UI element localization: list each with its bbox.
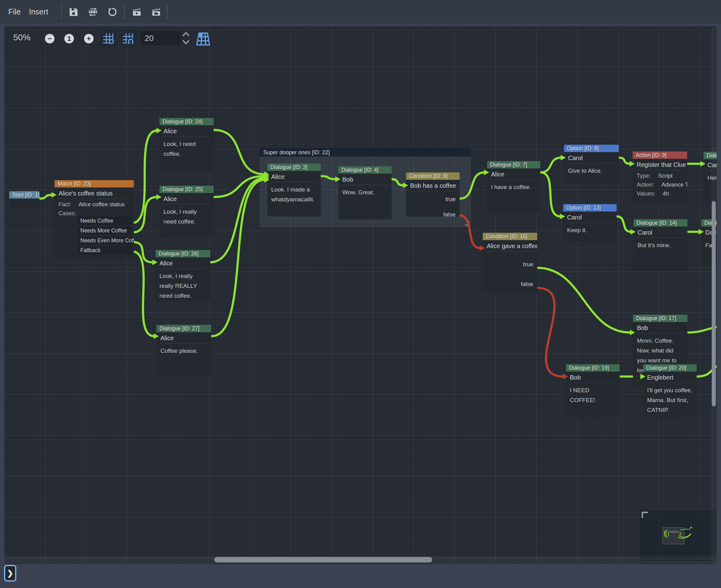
character-row: Bob has a coffee bbox=[406, 181, 460, 191]
node-body: EnglebertI'll get you coffee, Mama. But … bbox=[643, 372, 697, 417]
node-title[interactable]: Condition [ID: 6] bbox=[406, 172, 460, 180]
node-option-13[interactable]: Option [ID: 13]CarolKeep it. bbox=[563, 204, 617, 241]
zoom-out-button[interactable]: − bbox=[45, 34, 55, 43]
condition-output-true[interactable]: true bbox=[406, 195, 460, 203]
case-output-row[interactable]: Needs Even More Coffee bbox=[77, 236, 132, 245]
spin-up-icon[interactable] bbox=[182, 31, 190, 38]
wire bbox=[617, 216, 631, 232]
node-title[interactable]: Match [ID: 23] bbox=[55, 180, 134, 188]
node-dialogue-24[interactable]: Dialogue [ID: 24]AliceLook, I need coffe… bbox=[160, 118, 214, 171]
condition-output-true[interactable]: true bbox=[483, 261, 537, 268]
open-dialogue-icon[interactable] bbox=[151, 7, 162, 17]
node-title[interactable]: Option [ID: 8] bbox=[564, 145, 619, 152]
menubar-separator bbox=[61, 4, 62, 20]
character-row: Alice bbox=[487, 169, 540, 180]
wire bbox=[619, 158, 630, 164]
bottom-bar: ❯ bbox=[0, 564, 721, 588]
node-dialogue-3[interactable]: Dialogue [ID: 3]AliceLook. I made a what… bbox=[267, 164, 321, 216]
wire bbox=[391, 179, 404, 185]
node-match-23[interactable]: Match [ID: 23]Alice's coffee statusFact:… bbox=[55, 180, 134, 258]
node-dialogue-27[interactable]: Dialogue [ID: 27]AliceCoffee please. bbox=[156, 325, 211, 376]
node-option-8[interactable]: Option [ID: 8]CarolGive to Alice. bbox=[564, 145, 619, 183]
node-title[interactable]: Dialogue [ID: 14] bbox=[634, 219, 687, 227]
node-title[interactable]: Action [ID: 9] bbox=[633, 151, 687, 159]
spin-down-icon[interactable] bbox=[182, 39, 190, 46]
menu-file[interactable]: File bbox=[4, 0, 25, 23]
node-title[interactable]: Dialogue [ID: 4] bbox=[338, 166, 391, 174]
character-row: Alice bbox=[160, 126, 214, 136]
character-row: Bob bbox=[566, 372, 620, 383]
case-output-row[interactable]: Fallback bbox=[77, 246, 132, 255]
node-body: AliceLook, I need coffee. bbox=[160, 125, 214, 171]
node-title[interactable]: Dialogue [ID: 3] bbox=[267, 164, 321, 171]
node-start-1[interactable]: Start [ID: 1] bbox=[9, 191, 39, 209]
dialogue-text: Look. I made a whatdyamacallit. bbox=[267, 182, 321, 205]
snap-grid-toggle[interactable] bbox=[100, 30, 117, 47]
node-dialogue-26[interactable]: Dialogue [ID: 26]AliceLook, I really rea… bbox=[155, 250, 210, 301]
node-title[interactable]: Dialogue [ID: 19] bbox=[566, 364, 620, 372]
horizontal-scrollbar-thumb[interactable] bbox=[214, 557, 432, 563]
undo-icon[interactable] bbox=[107, 7, 118, 17]
node-title[interactable]: Dialogue [ID: 27] bbox=[156, 325, 211, 332]
node-body: BobI NEED COFFEE! bbox=[566, 372, 620, 417]
graph-canvas[interactable]: 50% − 1 + 20 bbox=[4, 26, 717, 564]
zoom-reset-button[interactable]: 1 bbox=[64, 34, 74, 43]
wire bbox=[540, 172, 560, 216]
snap-distance-input[interactable]: 20 bbox=[141, 31, 181, 46]
dialogue-text: Look, I really really REALLY need coffee… bbox=[155, 269, 210, 301]
field-row: Action:Advance T... bbox=[633, 179, 687, 188]
node-title[interactable]: Dialogue [ID: 25] bbox=[160, 186, 214, 193]
character-row: Alice bbox=[160, 194, 214, 204]
node-dialogue-25[interactable]: Dialogue [ID: 25]AliceLook, I really nee… bbox=[160, 186, 214, 238]
dialogue-text: Keep it. bbox=[563, 223, 617, 235]
node-title[interactable]: Dialogue [ID: 17] bbox=[633, 315, 687, 322]
node-body: AliceLook, I really really REALLY need c… bbox=[155, 257, 210, 301]
node-condition-16[interactable]: Condition [ID: 16]Alice gave a coffeetru… bbox=[483, 233, 537, 294]
character-row: Carol bbox=[634, 227, 687, 238]
condition-output-false[interactable]: false bbox=[406, 211, 460, 217]
save-icon[interactable] bbox=[68, 7, 79, 17]
condition-output-false[interactable]: false bbox=[483, 280, 537, 288]
vertical-scrollbar-thumb[interactable] bbox=[712, 201, 716, 406]
field-label: Values: bbox=[637, 190, 655, 197]
node-body: CarolKeep it. bbox=[563, 211, 617, 241]
node-title[interactable]: Start [ID: 1] bbox=[9, 191, 39, 198]
node-dialogue-4[interactable]: Dialogue [ID: 4]BobWow. Great. bbox=[338, 166, 391, 219]
dialogue-text: I have a coffee. bbox=[487, 180, 540, 192]
character-row: Bob bbox=[633, 323, 687, 333]
node-dialogue-7[interactable]: Dialogue [ID: 7]AliceI have a coffee. bbox=[487, 161, 540, 213]
expand-panel-button[interactable]: ❯ bbox=[4, 565, 16, 582]
minimap-toggle-icon[interactable] bbox=[195, 30, 212, 47]
node-body: CarolBut it's mine. bbox=[634, 227, 687, 272]
wire bbox=[540, 158, 561, 172]
zoom-in-button[interactable]: + bbox=[84, 34, 93, 43]
node-condition-6[interactable]: Condition [ID: 6]Bob has a coffeetruefal… bbox=[406, 172, 460, 217]
node-title[interactable]: Dialogue [ID: 7] bbox=[487, 161, 540, 168]
play-dialogue-icon[interactable] bbox=[132, 7, 142, 17]
wire bbox=[537, 268, 631, 333]
case-output-row[interactable]: Needs More Coffee bbox=[77, 227, 132, 235]
minimap-panel[interactable] bbox=[639, 509, 714, 559]
node-dialogue-19[interactable]: Dialogue [ID: 19]BobI NEED COFFEE! bbox=[566, 364, 620, 417]
menu-insert[interactable]: Insert bbox=[25, 0, 52, 23]
wire bbox=[214, 130, 265, 174]
field-row: Fact:Alice coffee status bbox=[55, 199, 134, 208]
character-row: Carol bbox=[563, 212, 617, 223]
node-action-9[interactable]: Action [ID: 9]Register that Clue 1...Typ… bbox=[633, 151, 687, 204]
dialogue-text: Look, I really need coffee. bbox=[160, 205, 214, 227]
node-title[interactable]: Option [ID: 13] bbox=[563, 204, 617, 211]
node-title[interactable]: Dialogue [ID: 26] bbox=[155, 250, 210, 257]
wires-layer bbox=[4, 26, 717, 564]
character-row: Carol bbox=[564, 153, 619, 163]
node-dialogue-20[interactable]: Dialogue [ID: 20]EnglebertI'll get you c… bbox=[643, 364, 697, 417]
translate-icon[interactable] bbox=[88, 7, 98, 17]
node-title[interactable]: Dialogue [ID: 24] bbox=[160, 118, 214, 125]
snap-distance-toggle[interactable] bbox=[120, 30, 136, 47]
node-title[interactable]: Dialogue [ID: 20] bbox=[643, 364, 697, 372]
case-output-row[interactable]: Needs Coffee bbox=[77, 217, 132, 225]
node-body: AliceCoffee please. bbox=[156, 332, 211, 376]
node-title[interactable]: Condition [ID: 16] bbox=[483, 233, 537, 240]
wire bbox=[39, 195, 52, 198]
node-dialogue-14[interactable]: Dialogue [ID: 14]CarolBut it's mine. bbox=[634, 219, 687, 272]
field-label: Action: bbox=[637, 181, 654, 188]
